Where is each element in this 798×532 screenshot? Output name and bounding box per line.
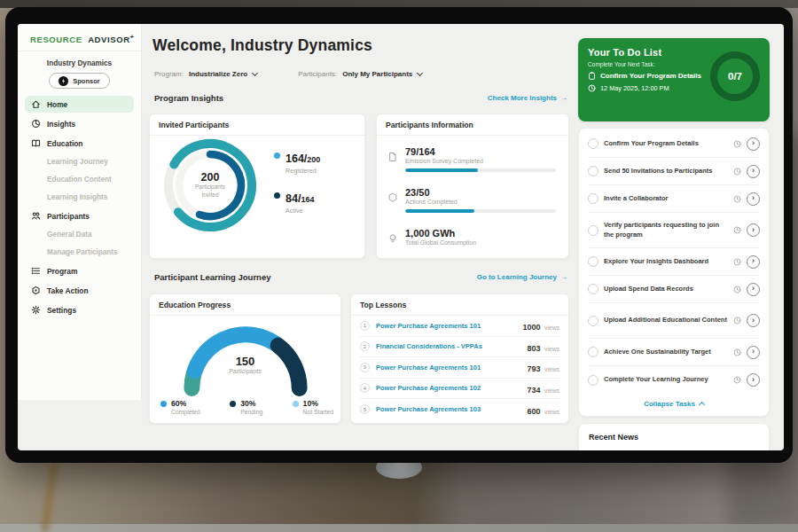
legend-label: Completed bbox=[171, 409, 200, 415]
program-filter-dropdown[interactable]: Program: Industrialize Zero bbox=[154, 70, 257, 78]
lesson-views: 793 bbox=[528, 364, 541, 373]
task-label: Verify participants requesting to join t… bbox=[604, 221, 728, 239]
legend-item-active: 84/164 Active bbox=[274, 190, 320, 215]
task-checkbox[interactable] bbox=[588, 316, 598, 326]
legend-dot bbox=[160, 401, 167, 407]
metric-value: 1,000 GWh bbox=[405, 228, 556, 239]
task-checkbox[interactable] bbox=[588, 225, 598, 236]
task-checkbox[interactable] bbox=[588, 193, 598, 204]
chevron-right-icon: › bbox=[752, 256, 755, 265]
progress-fill bbox=[405, 209, 474, 213]
task-deadline-icon bbox=[733, 258, 741, 266]
chevron-right-icon: › bbox=[752, 284, 755, 293]
task-row[interactable]: Explore Your Insights Dashboard › bbox=[588, 248, 760, 276]
task-row[interactable]: Upload Additional Educational Content › bbox=[588, 303, 760, 339]
recent-news-card: Recent News bbox=[578, 423, 770, 450]
metric-value: 23/50 bbox=[405, 187, 556, 198]
sidebar-item-learning-insights[interactable]: Learning Insights bbox=[25, 190, 134, 205]
sidebar-item-learning-journey[interactable]: Learning Journey bbox=[25, 154, 134, 169]
task-row[interactable]: Send 50 Invitations to Participants › bbox=[588, 158, 760, 185]
sidebar-item-insights[interactable]: Insights bbox=[25, 115, 134, 132]
sidebar-item-general-data[interactable]: General Data bbox=[25, 227, 134, 242]
task-row[interactable]: Achieve One Sustainability Target › bbox=[588, 339, 760, 366]
legend-label: Pending bbox=[240, 409, 262, 415]
legend-label: Registered bbox=[286, 167, 320, 175]
task-checkbox[interactable] bbox=[588, 138, 598, 149]
dashboard-screen: RESOURCE ADVISOR+ Industry Dynamics Spon… bbox=[18, 24, 784, 450]
lesson-views: 600 bbox=[528, 407, 541, 416]
invited-donut-chart: 200 Participants Invited bbox=[159, 134, 262, 237]
task-open-button[interactable]: › bbox=[747, 192, 760, 206]
section-title: Program Insights bbox=[154, 93, 223, 103]
task-open-button[interactable]: › bbox=[747, 255, 760, 269]
donut-center-caption: Participants bbox=[195, 184, 225, 192]
sidebar-item-settings[interactable]: Settings bbox=[25, 301, 134, 318]
sponsor-icon bbox=[59, 76, 68, 86]
sidebar-item-home[interactable]: Home bbox=[25, 96, 134, 113]
lesson-link[interactable]: Power Purchase Agreements 103 bbox=[376, 405, 521, 413]
task-open-button[interactable]: › bbox=[747, 283, 760, 296]
lesson-link[interactable]: Power Purchase Agreements 102 bbox=[376, 384, 521, 392]
task-row[interactable]: Complete Your Learning Journey › bbox=[588, 366, 760, 394]
task-checkbox[interactable] bbox=[588, 375, 598, 386]
link-label: Check More Insights bbox=[488, 94, 557, 102]
chevron-right-icon: › bbox=[752, 225, 755, 234]
todo-progress-ring: 0/7 bbox=[710, 51, 760, 101]
task-row[interactable]: Upload Spend Data Records › bbox=[588, 276, 760, 303]
sidebar-item-label: Learning Journey bbox=[47, 158, 108, 166]
chevron-right-icon: › bbox=[752, 347, 755, 356]
task-open-button[interactable]: › bbox=[747, 314, 760, 327]
sidebar-item-label: Manage Participants bbox=[47, 248, 118, 256]
task-open-button[interactable]: › bbox=[747, 137, 760, 151]
participants-filter-dropdown[interactable]: Participants: Only My Participants bbox=[298, 70, 422, 78]
lesson-views-suffix: views bbox=[544, 325, 559, 331]
task-checkbox[interactable] bbox=[588, 347, 598, 357]
task-open-button[interactable]: › bbox=[747, 346, 760, 359]
legend-pct: 10% bbox=[303, 399, 333, 408]
lesson-views-suffix: views bbox=[544, 346, 559, 352]
lesson-link[interactable]: Financial Considerations - VPPAs bbox=[376, 342, 521, 350]
task-row[interactable]: Invite a Collaborator › bbox=[588, 185, 760, 213]
app-logo: RESOURCE ADVISOR+ bbox=[18, 24, 141, 51]
lesson-rank-badge: 3 bbox=[360, 363, 370, 372]
lesson-link[interactable]: Power Purchase Agreements 101 bbox=[376, 364, 521, 372]
task-open-button[interactable]: › bbox=[747, 165, 760, 178]
task-checkbox[interactable] bbox=[588, 166, 598, 176]
sidebar-item-take-action[interactable]: Take Action bbox=[25, 282, 134, 299]
task-open-button[interactable]: › bbox=[747, 373, 760, 387]
lesson-link[interactable]: Power Purchase Agreements 101 bbox=[376, 322, 517, 330]
legend-value: 164/ bbox=[286, 153, 307, 165]
sidebar-item-participants[interactable]: Participants bbox=[25, 207, 134, 224]
sidebar-item-manage-participants[interactable]: Manage Participants bbox=[25, 245, 134, 260]
card-title: Invited Participants bbox=[150, 114, 364, 136]
clipboard-icon bbox=[588, 72, 596, 80]
task-label: Achieve One Sustainability Target bbox=[604, 348, 728, 356]
filters-bar: Program: Industrialize Zero Participants… bbox=[154, 70, 422, 78]
task-checkbox[interactable] bbox=[588, 256, 598, 267]
sidebar-item-program[interactable]: Program bbox=[25, 262, 134, 279]
collapse-tasks-link[interactable]: Collapse Tasks bbox=[579, 394, 769, 414]
sidebar-item-education-content[interactable]: Education Content bbox=[25, 172, 134, 187]
go-to-learning-journey-link[interactable]: Go to Learning Journey → bbox=[477, 273, 567, 281]
lesson-rank-badge: 5 bbox=[360, 404, 370, 414]
legend-pct: 30% bbox=[240, 399, 262, 408]
task-open-button[interactable]: › bbox=[747, 223, 760, 237]
sidebar-item-education[interactable]: Education bbox=[25, 135, 134, 152]
task-deadline-icon bbox=[733, 376, 741, 384]
organization-name: Industry Dynamics bbox=[18, 59, 141, 67]
lesson-views: 803 bbox=[528, 344, 541, 353]
task-deadline-icon bbox=[733, 348, 741, 356]
check-more-insights-link[interactable]: Check More Insights → bbox=[488, 94, 567, 102]
gauge-center-label: 150 Participants bbox=[172, 355, 319, 374]
task-checkbox[interactable] bbox=[588, 284, 598, 294]
education-progress-card: Education Progress 150 Participants 60% … bbox=[149, 293, 341, 424]
lesson-views-suffix: views bbox=[544, 387, 559, 394]
page-title: Welcome, Industry Dynamics bbox=[153, 36, 372, 55]
chevron-right-icon: › bbox=[752, 316, 755, 325]
legend-item-completed: 60% Completed bbox=[160, 399, 200, 415]
task-row[interactable]: Confirm Your Program Details › bbox=[588, 130, 760, 158]
task-row[interactable]: Verify participants requesting to join t… bbox=[588, 213, 760, 248]
sponsor-badge-label: Sponsor bbox=[73, 77, 99, 85]
legend-pct: 60% bbox=[171, 399, 200, 408]
legend-item-registered: 164/200 Registered bbox=[274, 150, 320, 175]
